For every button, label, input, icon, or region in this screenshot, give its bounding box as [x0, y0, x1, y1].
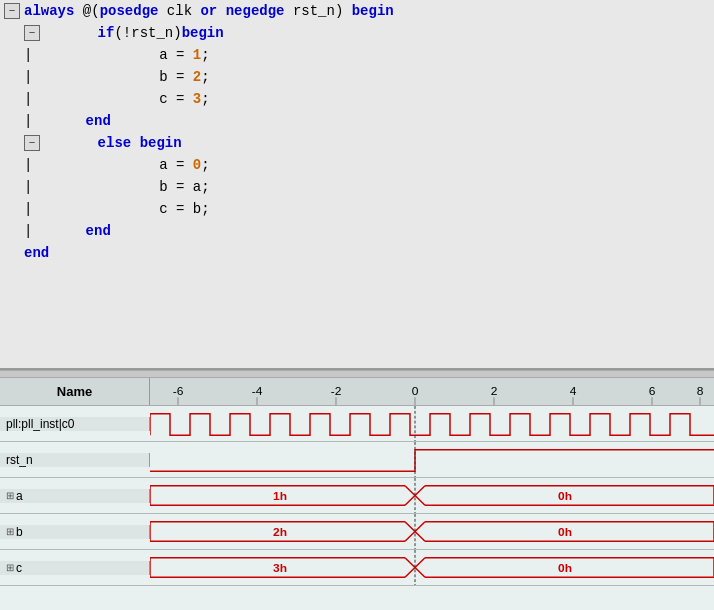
- code-content-5: c = 3;: [92, 88, 210, 110]
- timeline-header: -6 -4 -2 0 2 4 6 8: [150, 378, 714, 405]
- code-content-9: b = a;: [92, 176, 210, 198]
- code-line-8: | a = 0;: [0, 154, 714, 176]
- waveform-header: Name -6 -4 -2 0 2 4 6 8: [0, 378, 714, 406]
- code-content-3: a = 1;: [92, 44, 210, 66]
- expand-icon-a[interactable]: ⊞: [6, 490, 14, 501]
- code-line-1: − always @(posedge clk or negedge rst_n)…: [0, 0, 714, 22]
- signal-name-c: ⊞ c: [0, 561, 150, 575]
- svg-text:-4: -4: [252, 385, 263, 398]
- panel-separator: [0, 370, 714, 378]
- expand-icon-b[interactable]: ⊞: [6, 526, 14, 537]
- code-line-9: | b = a;: [0, 176, 714, 198]
- signal-wave-a: 1h 0h: [150, 478, 714, 513]
- signal-wave-b: 2h 0h: [150, 514, 714, 549]
- code-line-4: | b = 2;: [0, 66, 714, 88]
- waveform-row-pll: pll:pll_inst|c0: [0, 406, 714, 442]
- fold-icon-1[interactable]: −: [4, 3, 20, 19]
- code-line-11: | end: [0, 220, 714, 242]
- code-content-4: b = 2;: [92, 66, 210, 88]
- svg-text:2h: 2h: [273, 526, 287, 540]
- waveform-row-rst: rst_n: [0, 442, 714, 478]
- svg-text:-6: -6: [173, 385, 184, 398]
- code-content-1: always @(posedge clk or negedge rst_n) b…: [24, 0, 394, 22]
- signal-wave-rst: [150, 442, 714, 477]
- svg-text:0: 0: [412, 385, 419, 398]
- code-editor: − always @(posedge clk or negedge rst_n)…: [0, 0, 714, 370]
- code-content-11: end: [52, 220, 111, 242]
- waveform-row-c: ⊞ c 3h 0h: [0, 550, 714, 586]
- expand-icon-c[interactable]: ⊞: [6, 562, 14, 573]
- svg-text:4: 4: [570, 385, 577, 398]
- signal-wave-pll: [150, 406, 714, 441]
- fold-icon-3[interactable]: −: [24, 135, 40, 151]
- code-content-6: end: [52, 110, 111, 132]
- svg-text:0h: 0h: [558, 526, 572, 540]
- code-line-10: | c = b;: [0, 198, 714, 220]
- code-content-8: a = 0;: [92, 154, 210, 176]
- svg-text:6: 6: [649, 385, 656, 398]
- waveform-panel: Name -6 -4 -2 0 2 4 6 8: [0, 378, 714, 610]
- svg-text:8: 8: [697, 385, 704, 398]
- fold-icon-2[interactable]: −: [24, 25, 40, 41]
- svg-text:-2: -2: [331, 385, 342, 398]
- svg-text:3h: 3h: [273, 562, 287, 576]
- svg-text:0h: 0h: [558, 490, 572, 504]
- code-content-7: else begin: [64, 132, 182, 154]
- svg-text:1h: 1h: [273, 490, 287, 504]
- signal-name-a: ⊞ a: [0, 489, 150, 503]
- code-line-12: end: [0, 242, 714, 264]
- code-content-12: end: [24, 242, 49, 264]
- code-line-2: − if(!rst_n)begin: [0, 22, 714, 44]
- signal-name-rst: rst_n: [0, 453, 150, 467]
- code-line-3: | a = 1;: [0, 44, 714, 66]
- code-line-5: | c = 3;: [0, 88, 714, 110]
- svg-text:0h: 0h: [558, 562, 572, 576]
- waveform-row-a: ⊞ a 1h 0h: [0, 478, 714, 514]
- waveform-row-b: ⊞ b 2h 0h: [0, 514, 714, 550]
- signal-name-b: ⊞ b: [0, 525, 150, 539]
- signal-wave-c: 3h 0h: [150, 550, 714, 585]
- signal-name-pll: pll:pll_inst|c0: [0, 417, 150, 431]
- code-line-6: | end: [0, 110, 714, 132]
- name-column-header: Name: [0, 378, 150, 405]
- code-line-7: − else begin: [0, 132, 714, 154]
- svg-text:2: 2: [491, 385, 498, 398]
- code-content-10: c = b;: [92, 198, 210, 220]
- code-content-2: if(!rst_n)begin: [64, 22, 224, 44]
